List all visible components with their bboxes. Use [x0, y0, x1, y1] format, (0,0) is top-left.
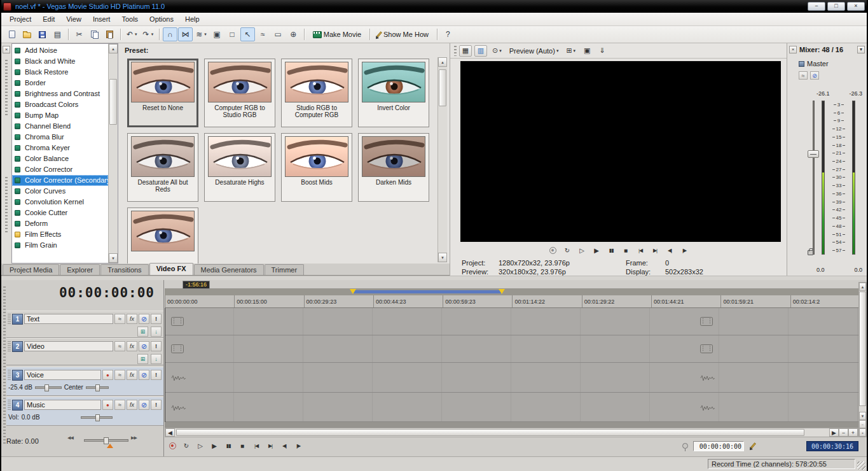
preset-tile[interactable]: Desaturate All but Reds: [127, 133, 198, 202]
dropdown-arrow-icon[interactable]: ▾: [151, 32, 154, 37]
audio-event-icon[interactable]: [171, 404, 186, 413]
go-to-start-button[interactable]: |◀: [634, 245, 647, 255]
mute-button[interactable]: ⊘: [139, 314, 149, 324]
dock-tab[interactable]: Transitions: [100, 264, 148, 275]
dropdown-arrow-icon[interactable]: ▾: [574, 48, 576, 53]
track-name-field[interactable]: Voice: [24, 370, 101, 380]
menu-item[interactable]: Help: [179, 13, 205, 25]
video-event-icon[interactable]: [171, 344, 184, 355]
dropdown-arrow-icon[interactable]: ▾: [204, 32, 207, 37]
lane-video[interactable]: [165, 335, 858, 363]
preset-tile[interactable]: Reset to None: [127, 59, 198, 127]
cursor-time-display[interactable]: 00:00:00:00: [59, 285, 155, 300]
scroll-down-button[interactable]: ▼: [438, 253, 447, 262]
menu-item[interactable]: Tools: [116, 13, 144, 25]
stop-button[interactable]: ■: [236, 440, 249, 451]
preset-tile[interactable]: Boost Mids: [281, 133, 352, 202]
menu-item[interactable]: Insert: [87, 13, 116, 25]
fx-list-item[interactable]: Black and White: [12, 56, 108, 67]
track-number[interactable]: 1: [12, 314, 23, 325]
solo-button[interactable]: !: [151, 314, 162, 324]
fx-list-item[interactable]: Broadcast Colors: [12, 99, 108, 110]
lane-text[interactable]: [165, 308, 858, 335]
open-project-button[interactable]: [20, 27, 34, 41]
marker-bar[interactable]: -1:56:16: [165, 280, 858, 289]
preset-tile[interactable]: Invert Color: [358, 59, 429, 127]
scrollbar-track[interactable]: [859, 291, 866, 412]
video-event-icon[interactable]: [700, 317, 713, 327]
slider-thumb[interactable]: [95, 414, 100, 421]
volume-slider[interactable]: [35, 386, 62, 389]
title-bar[interactable]: noel.vf * - Vegas Movie Studio HD Platin…: [0, 0, 868, 13]
solo-button[interactable]: !: [151, 400, 162, 410]
track-fx-button[interactable]: fx: [127, 370, 137, 380]
preset-tile[interactable]: Darken Mids: [358, 133, 429, 202]
mute-button[interactable]: ⊘: [139, 341, 149, 351]
fx-list-item[interactable]: Color Curves: [12, 186, 108, 197]
scroll-up-button[interactable]: ▲: [109, 44, 118, 53]
preset-tile[interactable]: Studio RGB to Computer RGB: [281, 59, 352, 127]
scroll-up-button[interactable]: ▲: [438, 57, 447, 67]
dropdown-arrow-icon[interactable]: ▾: [135, 32, 137, 37]
record-button[interactable]: ●: [166, 440, 179, 451]
auto-crossfades-button[interactable]: ⋈: [178, 27, 193, 41]
menu-item[interactable]: View: [60, 13, 87, 25]
track-name-field[interactable]: Music: [24, 400, 101, 410]
master-mute-button[interactable]: ⊘: [810, 71, 819, 80]
mute-button[interactable]: ⊘: [139, 400, 149, 410]
selection-edit-tool-button[interactable]: ▭: [271, 27, 286, 41]
zoom-out-button[interactable]: −: [839, 428, 848, 437]
go-to-end-button[interactable]: ▶|: [264, 440, 277, 451]
resize-grip[interactable]: [857, 461, 865, 470]
track-name-field[interactable]: Video: [24, 341, 113, 351]
lock-envelopes-button[interactable]: ▣: [210, 27, 224, 41]
loop-playback-button[interactable]: ↻: [561, 245, 574, 255]
safe-area-grid-button[interactable]: ⊞▾: [563, 45, 578, 57]
fx-list-item[interactable]: Cookie Cutter: [12, 207, 108, 218]
go-to-end-button[interactable]: ▶|: [649, 245, 661, 255]
video-overlays-button[interactable]: ⊙▾: [490, 45, 504, 57]
track-number[interactable]: 4: [12, 400, 23, 411]
timeline-horizontal-scrollbar[interactable]: ◀ ▶ − +: [165, 428, 858, 437]
slider-thumb[interactable]: [45, 384, 49, 391]
selection-end-field[interactable]: 00:00:30:16: [806, 441, 858, 451]
play-button[interactable]: ▶: [208, 440, 221, 451]
track-zoom-out-button[interactable]: −: [859, 420, 866, 428]
menu-item[interactable]: Project: [4, 13, 37, 25]
fx-list-scrollbar[interactable]: ▲ ▼: [108, 44, 118, 263]
copy-button[interactable]: [87, 27, 102, 41]
loop-playback-button[interactable]: ↻: [180, 440, 193, 451]
rate-decrease-icon[interactable]: ◀◀: [67, 435, 73, 440]
video-event-icon[interactable]: [700, 344, 713, 355]
dock-tab[interactable]: Explorer: [60, 264, 100, 275]
lane-voice[interactable]: [165, 363, 858, 393]
track-grip[interactable]: [8, 314, 11, 324]
scroll-up-button[interactable]: ▲: [859, 283, 866, 291]
fx-list-item[interactable]: Channel Blend: [12, 121, 108, 132]
rate-marker-icon[interactable]: [107, 444, 113, 448]
scrollbar-track[interactable]: [438, 67, 447, 253]
track-zoom-in-button[interactable]: +: [859, 428, 866, 437]
record-arm-button[interactable]: ●: [102, 370, 113, 380]
fx-list-item[interactable]: Border: [12, 78, 108, 88]
dock-grip[interactable]: [5, 177, 8, 234]
copy-snapshot-button[interactable]: ▣: [581, 45, 593, 57]
previous-frame-button[interactable]: ◀|: [278, 440, 291, 451]
preset-tile[interactable]: [127, 207, 198, 264]
pencil-icon[interactable]: [752, 442, 755, 450]
track-fx-button[interactable]: fx: [127, 341, 137, 351]
solo-button[interactable]: !: [151, 341, 162, 351]
envelope-edit-tool-button[interactable]: ≈: [256, 27, 270, 41]
undo-button[interactable]: ↶▾: [124, 27, 140, 41]
track-header-music[interactable]: 4 Music ● ≈ fx ⊘ ! Vol: 0.0 dB: [6, 397, 163, 426]
track-lanes[interactable]: [165, 308, 858, 428]
fx-list-item[interactable]: Chroma Blur: [12, 132, 108, 143]
dock-tab[interactable]: Project Media: [3, 264, 59, 275]
track-automation-button[interactable]: ≈: [114, 370, 125, 380]
audio-event-icon[interactable]: [700, 374, 715, 383]
audio-event-icon[interactable]: [171, 374, 186, 383]
fx-list-item[interactable]: Black Restore: [12, 67, 108, 78]
preset-scrollbar[interactable]: ▲ ▼: [437, 57, 447, 262]
scrollbar-thumb[interactable]: [176, 429, 804, 436]
preset-tile[interactable]: Computer RGB to Studio RGB: [204, 59, 275, 127]
